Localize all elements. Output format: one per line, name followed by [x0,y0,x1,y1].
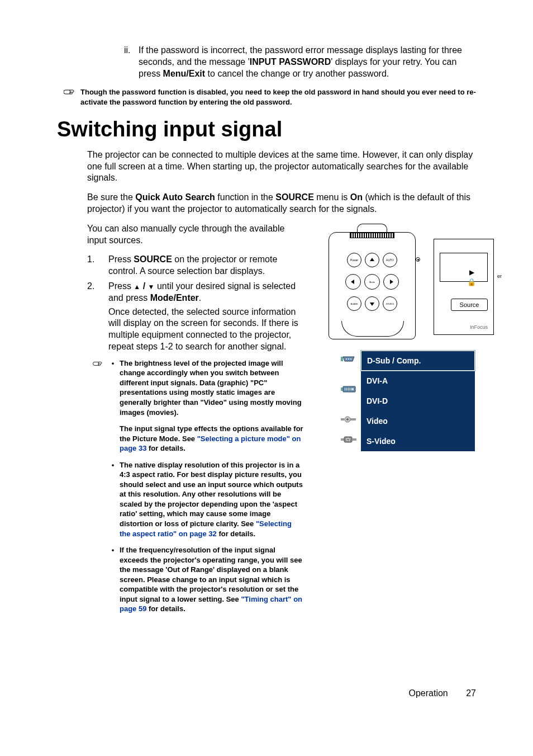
note-native-resolution: The native display resolution of this pr… [120,460,304,538]
svg-rect-12 [341,359,343,361]
svg-point-13 [346,358,347,360]
play-icon: ▶ [465,269,478,277]
svg-text:Mode: Mode [369,281,375,284]
projector-source-button: Source [451,299,488,311]
svg-rect-16 [341,388,343,391]
intro-paragraph-3: You can also manually cycle through the … [87,223,304,247]
remote-and-projector-figure: Power AUTO Mode BLANK SOURCE er [310,223,494,341]
step-1: 1. Press SOURCE on the projector or remo… [87,254,304,277]
footer-page-number: 27 [466,688,476,700]
projector-top-panel: ▶ 🔒 Source InFocus [434,239,494,335]
bullet-icon: • [106,358,120,453]
menu-label-dsub: D-Sub / Comp. [361,351,475,371]
password-incorrect-text: If the password is incorrect, the passwo… [139,45,476,79]
svg-marker-7 [390,280,393,284]
svg-point-30 [348,438,349,439]
section-title: Switching input signal [57,116,476,143]
menu-label-dvid: DVI-D [361,391,475,411]
svg-text:Power: Power [350,258,358,262]
svg-point-14 [348,358,349,360]
svg-rect-34 [352,438,356,441]
remote-enter-button: Mode [364,274,380,290]
menu-item-dsub: D-Sub / Comp. [336,351,475,371]
svideo-port-icon [340,434,358,448]
note-out-of-range: If the frequency/resolution of the input… [120,545,304,614]
bullet-icon: • [106,460,120,538]
svg-rect-26 [350,418,356,420]
intro-paragraph-2: Be sure the Quick Auto Search function i… [87,192,476,215]
menu-item-dvi-group: DVI-A DVI-D [336,371,475,411]
svg-point-33 [349,440,350,441]
remote-button: AUTO [383,253,397,267]
list-marker-ii: ii. [124,45,139,79]
svg-point-29 [346,438,347,440]
svg-marker-9 [370,303,374,306]
menu-label-dvia: DVI-A [361,371,475,391]
note-brightness: The brightness level of the projected im… [120,358,304,417]
remote-left-button [345,274,361,290]
svg-marker-5 [351,280,354,284]
menu-item-svideo: S-Video [336,431,475,451]
svg-text:SOURCE: SOURCE [386,303,394,305]
brand-label: InFocus [470,324,488,331]
footer-section: Operation [408,688,448,698]
note-picture-mode: The input signal type effects the option… [120,424,304,453]
step-2: 2. Press ▲ / ▼ until your desired signal… [87,281,304,353]
bullet-icon: • [106,545,120,614]
hand-pointing-icon [93,358,104,460]
svg-rect-27 [341,438,344,441]
svg-text:BLANK: BLANK [350,303,358,305]
svg-point-25 [346,418,349,420]
menu-label-video: Video [361,411,475,431]
svg-point-15 [350,358,351,360]
step-2-text: Press ▲ / ▼ until your desired signal is… [108,281,304,353]
intro-paragraph-1: The projector can be connected to multip… [87,149,476,184]
remote-down-button [365,296,379,311]
page-footer: Operation 27 [57,688,476,700]
note-password-disabled: Though the password function is disabled… [57,87,476,107]
triangle-up-icon: ▲ [134,283,140,291]
svg-rect-11 [341,357,343,359]
svg-rect-28 [344,437,352,442]
partial-label-er: er [497,273,502,280]
composite-video-icon [340,414,358,428]
password-incorrect-item: ii. If the password is incorrect, the pa… [124,45,476,79]
step-number-1: 1. [87,254,108,277]
lock-icon: 🔒 [465,279,478,287]
step-number-2: 2. [87,281,108,353]
svg-rect-23 [341,418,344,420]
source-selection-menu: D-Sub / Comp. DVI-A DVI-D [336,351,475,451]
remote-source-button: SOURCE [383,296,397,311]
svg-marker-3 [370,258,374,261]
svg-point-32 [346,440,348,441]
triangle-down-icon: ▼ [148,283,155,291]
remote-button: Power [347,253,361,267]
indicator-icon [416,257,420,262]
step-1-text: Press SOURCE on the projector or remote … [108,254,304,277]
menu-item-video: Video [336,411,475,431]
svg-point-31 [349,438,350,440]
remote-right-button [383,274,399,290]
menu-label-svideo: S-Video [361,431,475,451]
dvi-port-icon [340,384,358,398]
dsub-port-icon [340,353,358,368]
remote-up-button [365,253,379,267]
remote-control: Power AUTO Mode BLANK SOURCE [329,232,416,339]
hand-pointing-icon [64,87,76,107]
svg-text:AUTO: AUTO [386,258,394,262]
remote-button: BLANK [347,296,361,311]
